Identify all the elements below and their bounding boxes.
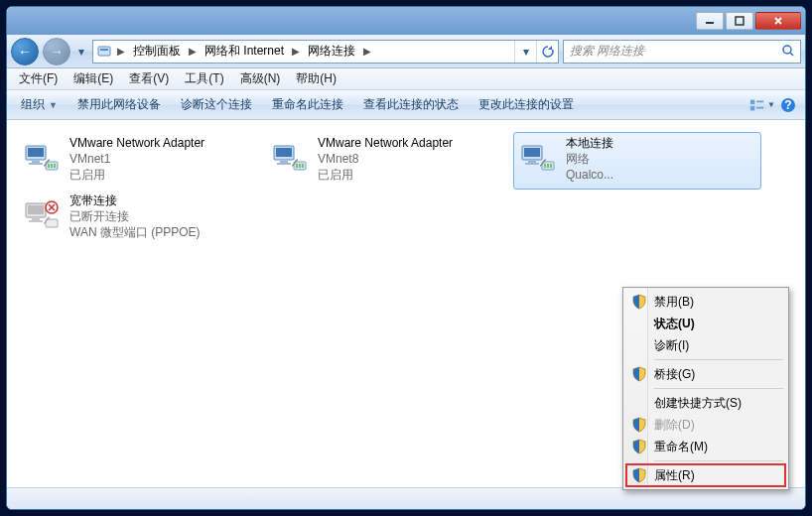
svg-rect-5 — [750, 105, 754, 109]
svg-rect-4 — [750, 99, 754, 103]
menu-edit[interactable]: 编辑(E) — [66, 68, 121, 89]
arrow-left-icon: ← — [18, 44, 32, 60]
toolbar-label: 禁用此网络设备 — [77, 96, 161, 113]
breadcrumb-sep-icon: ▶ — [361, 46, 373, 57]
status-bar — [7, 487, 805, 509]
context-menu-label: 桥接(G) — [654, 366, 695, 383]
shield-icon — [631, 467, 647, 483]
network-adapter-icon — [20, 135, 64, 179]
context-menu-separator — [654, 388, 783, 389]
chevron-down-icon: ▼ — [49, 100, 58, 110]
search-box[interactable]: 搜索 网络连接 — [563, 40, 801, 64]
connection-line2: 网络 — [566, 151, 613, 167]
content-area: VMware Network AdapterVMnet1已启用VMware Ne… — [7, 120, 805, 487]
context-menu-item[interactable]: 创建快捷方式(S) — [626, 392, 785, 414]
view-icon — [749, 98, 765, 112]
minimize-icon — [705, 16, 715, 26]
breadcrumb-item[interactable]: 网络和 Internet — [199, 41, 290, 63]
svg-point-3 — [783, 46, 791, 54]
history-dropdown[interactable]: ▾ — [74, 42, 88, 62]
address-bar[interactable]: ▶ 控制面板 ▶ 网络和 Internet ▶ 网络连接 ▶ ▾ — [92, 40, 559, 64]
refresh-button[interactable] — [536, 41, 558, 63]
command-bar: 组织▼ 禁用此网络设备 诊断这个连接 重命名此连接 查看此连接的状态 更改此连接… — [7, 90, 805, 120]
connection-title: 本地连接 — [566, 135, 613, 151]
change-settings-button[interactable]: 更改此连接的设置 — [469, 92, 584, 117]
connection-item[interactable]: VMware Network AdapterVMnet1已启用 — [17, 132, 265, 190]
svg-text:?: ? — [784, 98, 791, 112]
organize-button[interactable]: 组织▼ — [11, 92, 68, 117]
connection-text: VMware Network AdapterVMnet8已启用 — [318, 135, 453, 187]
back-button[interactable]: ← — [11, 38, 39, 65]
context-menu: 禁用(B)状态(U)诊断(I)桥接(G)创建快捷方式(S)删除(D)重命名(M)… — [622, 287, 789, 490]
context-menu-item[interactable]: 状态(U) — [626, 313, 785, 334]
context-menu-item[interactable]: 诊断(I) — [626, 334, 785, 356]
arrow-right-icon: → — [50, 44, 64, 60]
context-menu-label: 诊断(I) — [654, 337, 689, 354]
shield-icon — [631, 417, 647, 433]
connection-line3: Qualco... — [566, 167, 613, 183]
view-status-button[interactable]: 查看此连接的状态 — [353, 92, 469, 117]
connection-title: 宽带连接 — [69, 193, 201, 208]
menu-tools[interactable]: 工具(T) — [177, 68, 231, 89]
forward-button[interactable]: → — [43, 38, 70, 65]
toolbar-label: 查看此连接的状态 — [363, 96, 459, 113]
address-dropdown[interactable]: ▾ — [514, 41, 536, 63]
title-bar — [7, 7, 805, 35]
connection-line2: 已断开连接 — [69, 208, 201, 224]
context-menu-separator — [654, 460, 783, 461]
search-placeholder: 搜索 网络连接 — [568, 43, 780, 60]
context-menu-item[interactable]: 禁用(B) — [626, 291, 785, 313]
location-icon — [93, 44, 115, 60]
toolbar-label: 诊断这个连接 — [181, 96, 252, 113]
context-menu-item[interactable]: 属性(R) — [626, 464, 785, 486]
menu-advanced[interactable]: 高级(N) — [232, 68, 289, 89]
help-button[interactable]: ? — [775, 93, 801, 117]
toolbar-label: 重命名此连接 — [272, 96, 343, 113]
connection-line3: WAN 微型端口 (PPPOE) — [69, 224, 201, 240]
connection-text: 本地连接网络Qualco... — [566, 135, 613, 187]
context-menu-item[interactable]: 重命名(M) — [626, 436, 785, 457]
breadcrumb-sep-icon: ▶ — [115, 46, 127, 57]
network-adapter-icon — [268, 135, 312, 179]
connection-title: VMware Network Adapter — [69, 135, 204, 151]
connection-item[interactable]: 本地连接网络Qualco... — [513, 132, 761, 190]
navigation-bar: ← → ▾ ▶ 控制面板 ▶ 网络和 Internet ▶ 网络连接 ▶ ▾ 搜… — [7, 35, 805, 68]
explorer-window: ← → ▾ ▶ 控制面板 ▶ 网络和 Internet ▶ 网络连接 ▶ ▾ 搜… — [6, 6, 806, 510]
chevron-down-icon: ▼ — [767, 100, 775, 109]
shield-icon — [631, 294, 647, 310]
maximize-button[interactable] — [726, 12, 753, 30]
view-options-button[interactable]: ▼ — [749, 93, 775, 117]
connection-item[interactable]: 宽带连接已断开连接WAN 微型端口 (PPPOE) — [17, 190, 265, 247]
connection-text: VMware Network AdapterVMnet1已启用 — [69, 135, 204, 187]
close-button[interactable] — [755, 12, 801, 30]
rename-button[interactable]: 重命名此连接 — [262, 92, 353, 117]
menu-file[interactable]: 文件(F) — [11, 68, 66, 89]
connection-line3: 已启用 — [69, 167, 204, 183]
menu-help[interactable]: 帮助(H) — [288, 68, 344, 89]
shield-icon — [631, 439, 647, 454]
context-menu-label: 禁用(B) — [654, 294, 694, 311]
context-menu-label: 创建快捷方式(S) — [654, 395, 742, 412]
context-menu-label: 状态(U) — [654, 316, 695, 332]
diagnose-button[interactable]: 诊断这个连接 — [171, 92, 262, 117]
maximize-icon — [735, 16, 744, 26]
network-adapter-icon — [516, 135, 560, 179]
organize-label: 组织 — [21, 96, 45, 113]
shield-icon — [631, 366, 647, 382]
toolbar-label: 更改此连接的设置 — [478, 96, 574, 113]
breadcrumb-item[interactable]: 控制面板 — [127, 41, 187, 63]
svg-rect-0 — [736, 17, 744, 25]
search-icon — [780, 45, 796, 58]
context-menu-item[interactable]: 桥接(G) — [626, 363, 785, 385]
help-icon: ? — [780, 97, 796, 113]
breadcrumb-item[interactable]: 网络连接 — [302, 41, 361, 63]
refresh-icon — [541, 45, 555, 59]
connection-text: 宽带连接已断开连接WAN 微型端口 (PPPOE) — [69, 193, 201, 244]
close-icon — [773, 16, 783, 26]
minimize-button[interactable] — [696, 12, 724, 30]
svg-rect-1 — [98, 47, 110, 56]
menu-view[interactable]: 查看(V) — [121, 68, 177, 89]
disable-device-button[interactable]: 禁用此网络设备 — [68, 92, 171, 117]
context-menu-label: 重命名(M) — [654, 439, 708, 455]
connection-item[interactable]: VMware Network AdapterVMnet8已启用 — [265, 132, 513, 190]
